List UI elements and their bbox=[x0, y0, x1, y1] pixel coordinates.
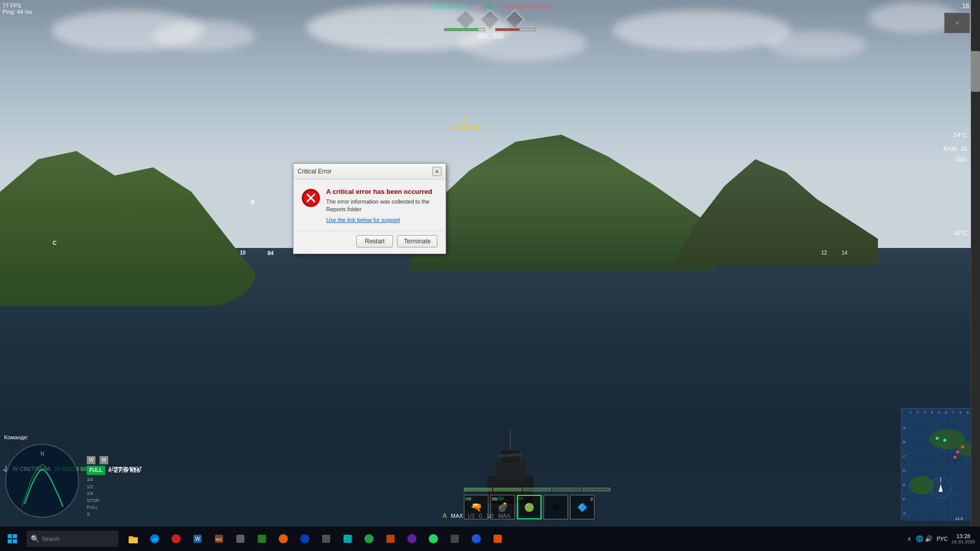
search-placeholder: Search bbox=[42, 536, 60, 542]
taskbar-date: 01.01.2020 bbox=[952, 539, 975, 544]
tray-arrow[interactable]: ∧ bbox=[907, 535, 912, 542]
svg-point-80 bbox=[407, 534, 416, 543]
svg-point-81 bbox=[429, 534, 438, 543]
svg-rect-65 bbox=[129, 536, 133, 538]
tray-network-icon: 🌐 bbox=[916, 535, 923, 542]
tray-icons: 🌐 🔊 bbox=[916, 535, 933, 542]
svg-rect-84 bbox=[494, 535, 502, 543]
svg-rect-61 bbox=[13, 534, 17, 538]
taskbar-clock: 13:28 01.01.2020 bbox=[952, 533, 975, 544]
restart-button[interactable]: Restart bbox=[356, 235, 393, 247]
error-description-text: The error information was collected to t… bbox=[326, 198, 437, 214]
svg-rect-60 bbox=[8, 534, 12, 538]
taskbar: 🔍 Search W WS bbox=[0, 527, 980, 551]
svg-rect-72 bbox=[236, 535, 244, 543]
svg-rect-63 bbox=[13, 539, 17, 543]
taskbar-icon-orange2[interactable] bbox=[380, 529, 401, 549]
taskbar-icon-file-explorer[interactable] bbox=[123, 529, 143, 549]
taskbar-icon-orange3[interactable] bbox=[487, 529, 508, 549]
taskbar-icon-whatsapp[interactable] bbox=[423, 529, 444, 549]
taskbar-icon-gray3[interactable] bbox=[445, 529, 465, 549]
svg-rect-82 bbox=[451, 535, 459, 543]
svg-rect-62 bbox=[8, 539, 12, 543]
svg-text:WS: WS bbox=[216, 537, 223, 542]
svg-point-74 bbox=[279, 534, 288, 543]
dialog-content: A critical error has been occurred The e… bbox=[326, 188, 437, 223]
taskbar-search[interactable]: 🔍 Search bbox=[27, 531, 118, 547]
taskbar-icon-cyan1[interactable] bbox=[337, 529, 358, 549]
taskbar-systray: ∧ 🌐 🔊 РУС 13:28 01.01.2020 bbox=[907, 533, 980, 544]
dialog-close-button[interactable]: ✕ bbox=[432, 167, 442, 176]
svg-point-67 bbox=[172, 534, 181, 543]
dialog-buttons: Restart Terminate bbox=[293, 231, 446, 254]
dialog-titlebar: Critical Error ✕ bbox=[293, 164, 446, 180]
svg-point-6 bbox=[496, 496, 504, 500]
svg-rect-79 bbox=[386, 535, 395, 543]
taskbar-icon-green2[interactable] bbox=[359, 529, 379, 549]
taskbar-icon-blue2[interactable] bbox=[466, 529, 486, 549]
taskbar-icon-green1[interactable] bbox=[252, 529, 272, 549]
svg-point-7 bbox=[518, 497, 524, 500]
taskbar-time-value: 13:28 bbox=[952, 533, 975, 539]
tray-language: РУС bbox=[937, 536, 948, 542]
tray-sound-icon: 🔊 bbox=[925, 535, 933, 542]
start-button[interactable] bbox=[0, 527, 24, 551]
svg-point-75 bbox=[300, 534, 309, 543]
error-title-text: A critical error has been occurred bbox=[326, 188, 437, 195]
taskbar-icon-gray1[interactable] bbox=[230, 529, 251, 549]
error-support-link[interactable]: Use the link below for support bbox=[326, 217, 437, 223]
dialog-title: Critical Error bbox=[298, 168, 332, 175]
dialog-body: A critical error has been occurred The e… bbox=[293, 180, 446, 228]
error-icon bbox=[302, 189, 320, 207]
svg-rect-76 bbox=[322, 535, 330, 543]
taskbar-icon-orange1[interactable] bbox=[273, 529, 293, 549]
taskbar-icon-purple[interactable] bbox=[402, 529, 422, 549]
taskbar-icon-red[interactable] bbox=[166, 529, 186, 549]
svg-rect-73 bbox=[258, 535, 266, 543]
svg-point-83 bbox=[472, 534, 481, 543]
critical-error-dialog: Critical Error ✕ A critical error has be… bbox=[293, 163, 446, 254]
taskbar-icon-game2[interactable]: WS bbox=[209, 529, 229, 549]
terminate-button[interactable]: Terminate bbox=[397, 235, 437, 247]
taskbar-icon-game1[interactable]: W bbox=[187, 529, 208, 549]
svg-point-78 bbox=[364, 534, 374, 543]
taskbar-icon-edge[interactable] bbox=[144, 529, 165, 549]
svg-rect-77 bbox=[344, 535, 352, 543]
taskbar-apps: W WS bbox=[120, 529, 907, 549]
taskbar-icon-blue1[interactable] bbox=[295, 529, 315, 549]
svg-rect-2 bbox=[495, 460, 526, 481]
svg-text:W: W bbox=[195, 536, 200, 542]
search-icon: 🔍 bbox=[31, 535, 39, 543]
taskbar-icon-gray2[interactable] bbox=[316, 529, 336, 549]
